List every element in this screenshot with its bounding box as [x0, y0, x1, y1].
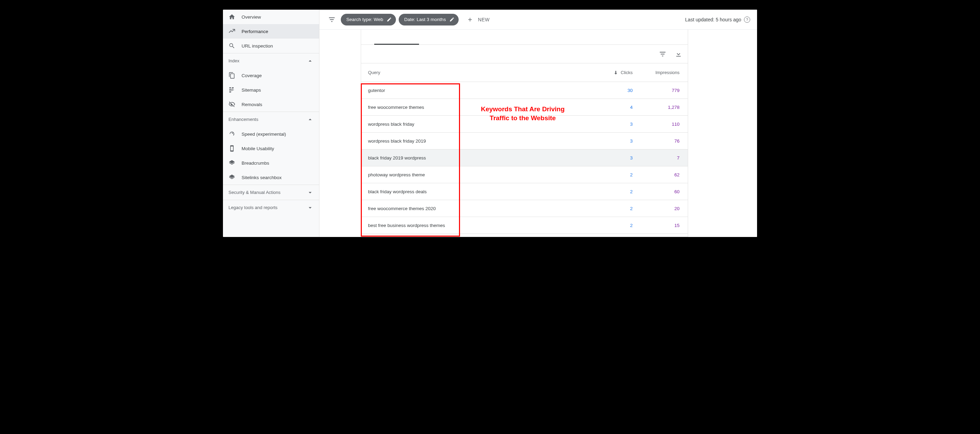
sidebar-item-coverage[interactable]: Coverage — [223, 68, 319, 83]
sidebar-item-label: Coverage — [242, 73, 262, 78]
table-row[interactable]: gutentor30779 — [361, 82, 688, 99]
sidebar-item-label: Sitelinks searchbox — [242, 175, 282, 180]
cell-clicks: 3 — [588, 138, 633, 144]
cell-impressions: 15 — [633, 223, 688, 228]
chip-label: Date: Last 3 months — [404, 17, 446, 22]
cell-query: free woocommerce themes — [361, 105, 588, 110]
cell-query: wordpress black friday 2019 — [361, 138, 588, 144]
app-window: Overview Performance URL inspection Inde… — [220, 7, 760, 240]
chevron-up-icon — [307, 57, 313, 64]
cell-impressions: 76 — [633, 138, 688, 144]
chevron-down-icon — [307, 189, 313, 196]
chevron-up-icon — [307, 116, 313, 123]
sidebar-item-overview[interactable]: Overview — [223, 10, 319, 24]
sidebar-item-mobile[interactable]: Mobile Usability — [223, 141, 319, 156]
pencil-icon — [449, 17, 455, 22]
filter-icon[interactable] — [659, 50, 667, 58]
column-impressions[interactable]: Impressions — [633, 70, 688, 75]
cell-impressions: 60 — [633, 189, 688, 194]
sidebar-item-label: Speed (experimental) — [242, 132, 286, 137]
table-row[interactable]: wordpress black friday 2019376 — [361, 133, 688, 149]
column-clicks[interactable]: Clicks — [588, 70, 633, 75]
content-area: Query Clicks Impressions gutentor30779fr… — [320, 30, 757, 237]
sidebar-item-sitemaps[interactable]: Sitemaps — [223, 83, 319, 97]
sidebar-item-label: URL inspection — [242, 43, 273, 49]
table-body: gutentor30779free woocommerce themes41,2… — [361, 82, 688, 234]
cell-clicks: 3 — [588, 122, 633, 127]
sidebar-item-sitelinks[interactable]: Sitelinks searchbox — [223, 170, 319, 184]
sitemap-icon — [229, 86, 235, 93]
cell-clicks: 4 — [588, 105, 633, 110]
cell-impressions: 779 — [633, 88, 688, 93]
cell-impressions: 110 — [633, 122, 688, 127]
section-enhancements[interactable]: Enhancements — [223, 111, 319, 127]
pencil-icon — [387, 17, 392, 22]
cell-query: best free business wordpress themes — [361, 223, 588, 228]
chip-date[interactable]: Date: Last 3 months — [399, 14, 459, 25]
table-row[interactable]: photoway wordpress theme262 — [361, 166, 688, 183]
column-query[interactable]: Query — [361, 70, 588, 75]
hide-icon — [229, 101, 235, 108]
download-icon[interactable] — [675, 50, 682, 58]
table-row[interactable]: black friday 2019 wordpress37 — [361, 149, 688, 166]
table-header: Query Clicks Impressions — [361, 64, 688, 82]
help-icon[interactable]: ? — [744, 16, 750, 23]
table-toolbar — [361, 45, 688, 64]
sidebar-item-breadcrumbs[interactable]: Breadcrumbs — [223, 156, 319, 170]
cell-clicks: 2 — [588, 172, 633, 177]
new-filter-button[interactable]: NEW — [463, 13, 494, 26]
cell-clicks: 30 — [588, 88, 633, 93]
search-icon — [229, 42, 235, 49]
layers-icon — [229, 159, 235, 166]
sidebar: Overview Performance URL inspection Inde… — [223, 10, 320, 237]
section-label: Index — [229, 58, 240, 64]
plus-icon — [467, 16, 473, 23]
main-content: Search type: Web Date: Last 3 months NEW… — [320, 10, 757, 237]
table-row[interactable]: free woocommerce themes 2020220 — [361, 200, 688, 217]
sidebar-item-label: Performance — [242, 29, 268, 34]
section-label: Legacy tools and reports — [229, 205, 277, 210]
column-clicks-label: Clicks — [620, 70, 633, 75]
cell-query: photoway wordpress theme — [361, 172, 588, 177]
cell-query: black friday 2019 wordpress — [361, 155, 588, 161]
sidebar-item-removals[interactable]: Removals — [223, 97, 319, 111]
section-label: Enhancements — [229, 117, 258, 122]
cell-clicks: 2 — [588, 223, 633, 228]
cell-query: gutentor — [361, 88, 588, 93]
cell-impressions: 7 — [633, 155, 688, 161]
new-label: NEW — [478, 17, 490, 22]
sort-desc-icon — [613, 70, 619, 75]
tab-queries[interactable] — [361, 30, 688, 45]
table-row[interactable]: free woocommerce themes41,278 — [361, 99, 688, 116]
updated-text: Last updated: 5 hours ago — [685, 17, 741, 22]
sidebar-item-label: Breadcrumbs — [242, 161, 269, 166]
chevron-down-icon — [307, 204, 313, 211]
copy-icon — [229, 72, 235, 79]
section-security[interactable]: Security & Manual Actions — [223, 184, 319, 200]
cell-query: wordpress black friday — [361, 122, 588, 127]
table-row[interactable]: best free business wordpress themes215 — [361, 217, 688, 234]
table-row[interactable]: black friday wordpress deals260 — [361, 183, 688, 200]
sidebar-item-label: Sitemaps — [242, 87, 261, 93]
trend-icon — [229, 28, 235, 35]
sidebar-item-label: Mobile Usability — [242, 146, 274, 151]
sidebar-item-performance[interactable]: Performance — [223, 24, 319, 38]
cell-clicks: 3 — [588, 155, 633, 161]
last-updated: Last updated: 5 hours ago ? — [685, 16, 750, 23]
chip-label: Search type: Web — [346, 17, 383, 22]
sidebar-item-url-inspection[interactable]: URL inspection — [223, 38, 319, 53]
mobile-icon — [229, 145, 235, 152]
cell-impressions: 20 — [633, 206, 688, 211]
sidebar-item-speed[interactable]: Speed (experimental) — [223, 127, 319, 141]
section-label: Security & Manual Actions — [229, 190, 280, 195]
section-index[interactable]: Index — [223, 53, 319, 68]
filter-icon[interactable] — [326, 13, 338, 26]
table-row[interactable]: wordpress black friday3110 — [361, 116, 688, 133]
speed-icon — [229, 130, 235, 137]
chip-search-type[interactable]: Search type: Web — [341, 14, 396, 25]
cell-clicks: 2 — [588, 206, 633, 211]
section-legacy[interactable]: Legacy tools and reports — [223, 200, 319, 215]
filter-bar: Search type: Web Date: Last 3 months NEW… — [320, 10, 757, 30]
home-icon — [229, 13, 235, 20]
layers-icon — [229, 174, 235, 181]
